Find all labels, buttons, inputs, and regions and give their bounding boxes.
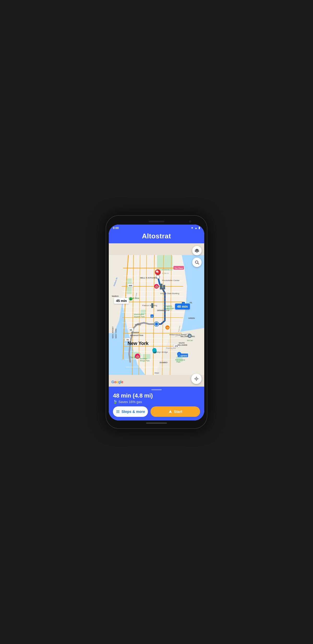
- time-badge-selected: 48 min: [175, 304, 190, 309]
- svg-marker-130: [169, 410, 172, 413]
- svg-text:Bridge Park: Bridge Park: [140, 360, 150, 362]
- phone-home-bar: [146, 423, 167, 424]
- route-savings: 🍃 Saves 16% gas: [113, 400, 200, 404]
- svg-text:🏨: 🏨: [136, 355, 139, 358]
- map-container[interactable]: E 72nd St E 59th St Hudson Ri bawken 495…: [109, 243, 204, 387]
- bottom-buttons: Steps & more Start: [113, 406, 200, 417]
- phone-screen: 8:00 ▼ ▲ ▮ Altostrat: [109, 225, 204, 420]
- phone-speaker: [149, 221, 164, 222]
- svg-text:DUMBO: DUMBO: [160, 361, 167, 364]
- svg-text:LOWER: LOWER: [131, 331, 139, 334]
- svg-text:SOUTH: SOUTH: [179, 342, 185, 344]
- svg-text:Rockefeller Center: Rockefeller Center: [162, 279, 180, 282]
- bottom-panel-handle: [113, 389, 200, 390]
- svg-text:🌲: 🌲: [129, 298, 133, 301]
- layers-button[interactable]: [192, 246, 202, 255]
- svg-text:495: 495: [129, 284, 132, 287]
- svg-text:Fort Greene: Fort Greene: [175, 359, 185, 361]
- svg-text:Flushing Ave: Flushing Ave: [166, 347, 176, 349]
- svg-text:GREEN: GREEN: [188, 317, 195, 319]
- svg-point-41: [157, 271, 159, 273]
- svg-point-122: [196, 379, 197, 379]
- svg-text:ISL: ISL: [190, 302, 193, 304]
- status-time: 8:00: [113, 226, 119, 230]
- svg-text:Park: Park: [177, 361, 180, 363]
- status-bar: 8:00 ▼ ▲ ▮: [109, 225, 204, 230]
- signal-icon: ▲: [195, 226, 197, 230]
- svg-text:Square Park: Square Park: [164, 307, 174, 309]
- svg-point-115: [152, 348, 156, 352]
- svg-rect-97: [163, 285, 165, 289]
- start-button[interactable]: Start: [151, 406, 200, 417]
- svg-text:NEW YORK: NEW YORK: [115, 329, 117, 338]
- svg-text:GRAMERCY P: GRAMERCY P: [157, 309, 170, 311]
- svg-text:NEW JERSEY: NEW JERSEY: [112, 326, 114, 338]
- steps-icon: [116, 410, 120, 414]
- svg-text:Flatiron Building: Flatiron Building: [142, 304, 157, 307]
- steps-more-button[interactable]: Steps & more: [113, 406, 148, 417]
- svg-text:🛒: 🛒: [178, 353, 181, 356]
- svg-marker-118: [195, 251, 199, 252]
- svg-text:bawken: bawken: [112, 295, 119, 297]
- svg-text:MANHATTAN: MANHATTAN: [130, 334, 143, 337]
- svg-point-37: [155, 323, 158, 326]
- svg-text:The Plaza: The Plaza: [174, 267, 183, 269]
- start-button-label: Start: [174, 410, 182, 414]
- handle-bar: [151, 389, 162, 390]
- svg-text:Atlant: Atlant: [154, 372, 159, 374]
- phone-camera: [189, 220, 191, 222]
- route-info: 48 min (4.8 mi) 🍃 Saves 16% gas: [113, 392, 200, 404]
- locate-button[interactable]: [191, 374, 202, 384]
- battery-icon: ▮: [198, 226, 200, 230]
- phone-device: 8:00 ▼ ▲ ▮ Altostrat: [106, 215, 207, 429]
- svg-text:McCarr: McCarr: [187, 339, 193, 341]
- search-button[interactable]: [192, 258, 202, 267]
- svg-text:Square Park: Square Park: [134, 315, 145, 318]
- phone-notch: [109, 218, 204, 225]
- svg-text:M: M: [151, 315, 153, 318]
- app-header: Altostrat: [109, 230, 204, 243]
- status-icons: ▼ ▲ ▮: [191, 226, 200, 230]
- navigation-icon: [168, 410, 172, 414]
- svg-text:🏛: 🏛: [189, 335, 191, 337]
- svg-text:SOHO: SOHO: [135, 324, 141, 326]
- svg-line-120: [198, 263, 199, 264]
- svg-text:Brooklyn: Brooklyn: [140, 358, 147, 360]
- svg-text:WILLIAMSB: WILLIAMSB: [178, 344, 187, 346]
- svg-text:9A: 9A: [130, 329, 132, 331]
- app-title: Altostrat: [109, 232, 204, 240]
- svg-text:Tompkins: Tompkins: [164, 305, 172, 307]
- svg-text:E 72nd St: E 72nd St: [162, 269, 169, 270]
- steps-button-label: Steps & more: [122, 410, 145, 414]
- savings-text: Saves 16% gas: [118, 400, 142, 404]
- route-duration: 48 min (4.8 mi): [113, 392, 200, 399]
- leaf-icon: 🍃: [113, 400, 117, 404]
- svg-text:HELL'S KITCHEN: HELL'S KITCHEN: [140, 277, 157, 279]
- svg-text:New York: New York: [128, 341, 149, 346]
- svg-text:🏨: 🏨: [155, 285, 158, 288]
- svg-text:Washington: Washington: [134, 313, 144, 315]
- phone-home-indicator: [109, 420, 204, 426]
- svg-rect-98: [151, 303, 153, 308]
- map-svg: E 72nd St E 59th St Hudson Ri bawken 495…: [109, 243, 204, 387]
- svg-text:E 59th St: E 59th St: [162, 273, 169, 274]
- wifi-icon: ▼: [191, 226, 194, 230]
- svg-text:🍽: 🍽: [166, 326, 169, 329]
- svg-text:Empire State Building: Empire State Building: [160, 292, 179, 295]
- bottom-panel: 48 min (4.8 mi) 🍃 Saves 16% gas Steps & …: [109, 387, 204, 420]
- svg-rect-96: [160, 284, 162, 289]
- time-badge-alternate: 45 min: [114, 298, 129, 304]
- google-logo: Google: [111, 380, 123, 384]
